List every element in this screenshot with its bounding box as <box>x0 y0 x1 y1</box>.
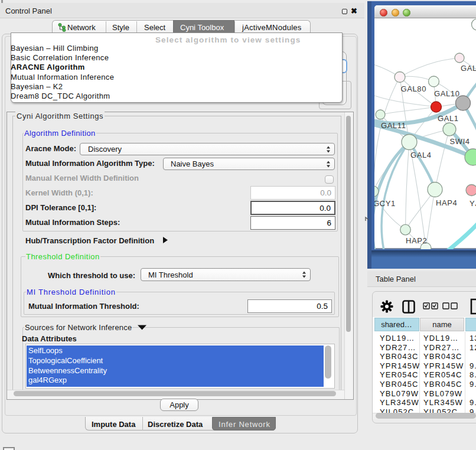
svg-text:GAL7: GAL7 <box>461 64 476 73</box>
svg-text:SWI4: SWI4 <box>450 137 470 146</box>
svg-text:GCY1: GCY1 <box>374 199 396 208</box>
svg-text:YJ: YJ <box>470 199 476 208</box>
svg-text:GAL4: GAL4 <box>410 151 432 159</box>
svg-text:GAL11: GAL11 <box>381 121 406 130</box>
svg-text:HAP2: HAP2 <box>406 236 427 245</box>
svg-text:GAL80: GAL80 <box>401 84 426 93</box>
svg-text:GAL10: GAL10 <box>434 89 459 98</box>
svg-text:HAP4: HAP4 <box>436 198 457 207</box>
svg-text:GAL1: GAL1 <box>438 114 459 123</box>
